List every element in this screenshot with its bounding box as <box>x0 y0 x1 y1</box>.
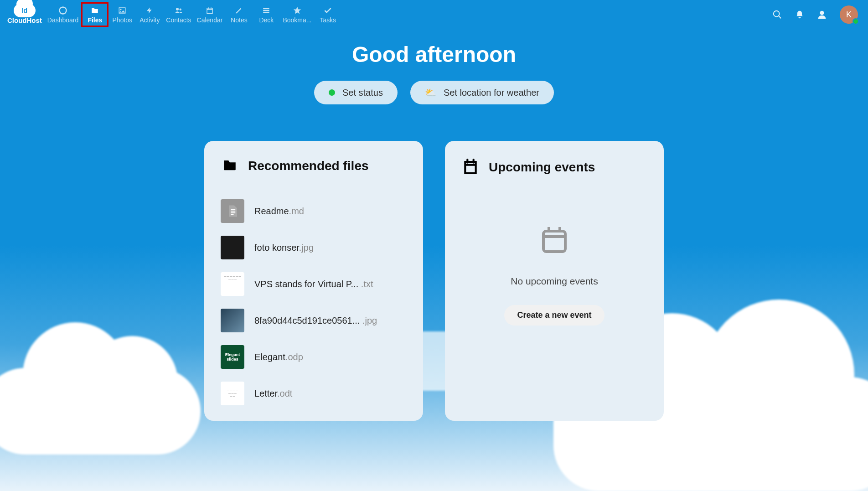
logo-text: Id <box>22 7 27 14</box>
nav-deck[interactable]: Deck <box>253 4 280 26</box>
svg-point-0 <box>60 7 67 14</box>
file-ext-label: .md <box>289 206 304 216</box>
folder-icon <box>221 157 239 175</box>
nav-label: Dashboard <box>47 16 79 24</box>
svg-rect-6 <box>543 231 565 252</box>
nav-contacts[interactable]: Contacts <box>163 4 194 26</box>
file-item[interactable]: — — — — — — — — — VPS stands for Virtual… <box>221 266 407 302</box>
file-item[interactable]: Elegant slides Elegant.odp <box>221 339 407 375</box>
svg-point-3 <box>179 9 181 11</box>
pencil-icon <box>235 5 243 16</box>
upcoming-events-card: Upcoming events No upcoming events Creat… <box>445 141 664 421</box>
file-item[interactable]: — — — —— — —— — Letter.odt <box>221 375 407 412</box>
top-navbar: Id CloudHost Dashboard Files Photos Acti… <box>0 0 868 29</box>
no-events-text: No upcoming events <box>511 276 598 287</box>
status-online-dot <box>852 18 859 25</box>
circle-icon <box>58 5 67 16</box>
nav-label: Files <box>88 16 102 24</box>
nav-label: Notes <box>231 16 248 24</box>
nav-notes[interactable]: Notes <box>225 4 253 26</box>
search-icon[interactable] <box>772 10 782 20</box>
file-doc-icon <box>221 199 244 223</box>
star-icon <box>293 5 302 16</box>
file-thumb-image <box>221 309 244 332</box>
nav-label: Contacts <box>166 16 191 24</box>
calendar-icon <box>206 5 214 16</box>
file-item[interactable]: Readme.md <box>221 193 407 229</box>
notifications-icon[interactable] <box>795 10 804 20</box>
svg-point-4 <box>774 11 780 17</box>
file-thumb-text: — — — — — — — — — <box>221 272 244 296</box>
greeting-title: Good afternoon <box>0 42 868 67</box>
file-name-label: Readme <box>254 206 289 216</box>
nav-bookmarks[interactable]: Bookma... <box>280 4 314 26</box>
file-ext-label: .jpg <box>299 243 314 253</box>
nav-label: Calendar <box>197 16 223 24</box>
file-ext-label: .jpg <box>362 315 377 326</box>
calendar-empty-icon <box>538 223 571 258</box>
file-name-label: foto konser <box>254 243 299 253</box>
bolt-icon <box>146 5 153 16</box>
nav-tasks[interactable]: Tasks <box>314 4 341 26</box>
user-avatar[interactable]: K <box>840 5 858 24</box>
nav-label: Tasks <box>320 16 336 24</box>
upcoming-events-title: Upcoming events <box>489 160 595 175</box>
set-status-button[interactable]: Set status <box>314 81 398 104</box>
nav-label: Deck <box>259 16 274 24</box>
nav-calendar[interactable]: Calendar <box>194 4 226 26</box>
set-status-label: Set status <box>342 88 383 98</box>
recommended-files-title: Recommended files <box>248 159 369 173</box>
create-event-button[interactable]: Create a new event <box>504 305 604 326</box>
folder-icon <box>90 5 99 16</box>
file-name-label: Letter <box>254 388 277 398</box>
file-item[interactable]: 8fa90d44c5d191ce0561... .jpg <box>221 302 407 339</box>
set-weather-button[interactable]: ⛅ Set location for weather <box>410 81 554 104</box>
svg-point-2 <box>176 8 179 10</box>
file-thumb-slides: Elegant slides <box>221 345 244 369</box>
file-name-label: VPS stands for Virtual P... <box>254 279 361 289</box>
weather-icon: ⛅ <box>425 87 436 98</box>
nav-photos[interactable]: Photos <box>108 4 136 26</box>
file-ext-label: .odt <box>277 388 292 398</box>
logo-cloudhost[interactable]: Id CloudHost <box>5 4 45 26</box>
file-list: Readme.md foto konser.jpg — — — — — — — … <box>221 193 407 412</box>
nav-label: Photos <box>113 16 133 24</box>
brand-name-label: CloudHost <box>7 16 42 24</box>
avatar-initial: K <box>846 10 852 20</box>
set-weather-label: Set location for weather <box>444 88 539 98</box>
nav-activity[interactable]: Activity <box>136 4 163 26</box>
status-dot-icon <box>329 89 335 96</box>
file-name-label: Elegant <box>254 352 285 362</box>
file-thumb-text: — — — —— — —— — <box>221 382 244 405</box>
file-thumb-image <box>221 236 244 259</box>
recommended-files-card: Recommended files Readme.md foto konser.… <box>204 141 423 421</box>
file-item[interactable]: foto konser.jpg <box>221 229 407 266</box>
calendar-icon <box>461 157 480 177</box>
contacts-menu-icon[interactable] <box>817 10 827 20</box>
file-ext-label: .odp <box>285 352 303 362</box>
deck-icon <box>262 5 270 16</box>
file-name-label: 8fa90d44c5d191ce0561... <box>254 315 362 326</box>
cloud-icon: Id <box>14 5 36 16</box>
image-icon <box>118 5 127 16</box>
users-icon <box>174 5 184 16</box>
file-ext-label: .txt <box>361 279 373 289</box>
check-icon <box>323 5 332 16</box>
nav-label: Activity <box>140 16 160 24</box>
nav-label: Bookma... <box>283 16 311 24</box>
nav-files[interactable]: Files <box>81 2 108 27</box>
nav-dashboard[interactable]: Dashboard <box>45 4 82 26</box>
svg-point-1 <box>120 9 122 10</box>
svg-point-5 <box>820 11 824 15</box>
